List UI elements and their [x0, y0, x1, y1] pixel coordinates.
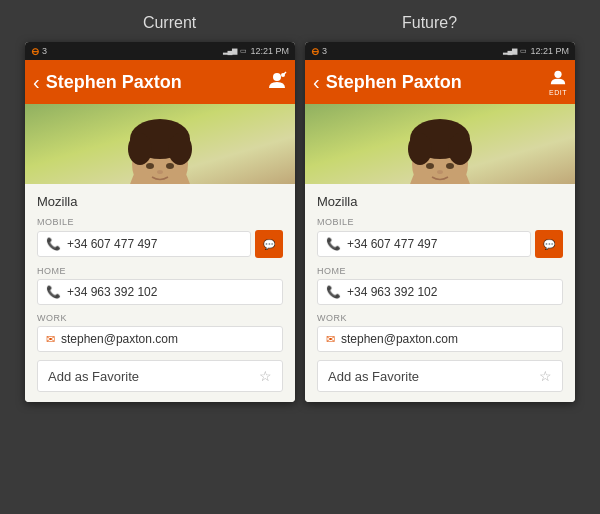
current-favorite-label: Add as Favorite — [48, 369, 139, 384]
current-work-field[interactable]: ✉ stephen@paxton.com — [37, 326, 283, 352]
current-header-bar: ‹ Stephen Paxton — [25, 60, 295, 104]
future-home-section: HOME 📞 +34 963 392 102 — [317, 266, 563, 305]
future-carrier-icon: ⊖ — [311, 46, 319, 57]
future-work-value: stephen@paxton.com — [341, 332, 458, 346]
current-signal-icon: ▂▄▆ — [223, 47, 238, 55]
current-org: Mozilla — [37, 194, 283, 209]
future-status-bar: ⊖ 3 ▂▄▆ ▭ 12:21 PM — [305, 42, 575, 60]
future-mobile-section: MOBILE 📞 +34 607 477 497 💬 — [317, 217, 563, 258]
current-star-icon: ☆ — [259, 368, 272, 384]
future-edit-label: EDIT — [549, 89, 567, 96]
svg-point-19 — [426, 163, 434, 169]
current-label: Current — [143, 14, 196, 32]
current-mobile-section: MOBILE 📞 +34 607 477 497 💬 — [37, 217, 283, 258]
svg-point-9 — [146, 163, 154, 169]
current-mobile-phone-icon: 📞 — [46, 237, 61, 251]
current-home-field[interactable]: 📞 +34 963 392 102 — [37, 279, 283, 305]
svg-point-0 — [273, 73, 281, 81]
svg-line-2 — [283, 72, 286, 75]
current-work-section: WORK ✉ stephen@paxton.com — [37, 313, 283, 352]
future-mobile-phone-icon: 📞 — [326, 237, 341, 251]
future-mobile-sms-button[interactable]: 💬 — [535, 230, 563, 258]
future-mobile-label: MOBILE — [317, 217, 563, 227]
current-phone-mockup: ⊖ 3 ▂▄▆ ▭ 12:21 PM ‹ Stephen Paxton — [25, 42, 295, 402]
current-time: 12:21 PM — [250, 46, 289, 56]
current-edit-icon — [267, 70, 287, 94]
future-work-label: WORK — [317, 313, 563, 323]
future-edit-button[interactable]: EDIT — [549, 68, 567, 96]
svg-point-11 — [157, 170, 163, 174]
svg-point-21 — [437, 170, 443, 174]
future-org: Mozilla — [317, 194, 563, 209]
future-header-bar: ‹ Stephen Paxton EDIT — [305, 60, 575, 104]
future-work-section: WORK ✉ stephen@paxton.com — [317, 313, 563, 352]
page-header: Current Future? — [0, 0, 600, 42]
current-battery-icon: ▭ — [240, 47, 247, 55]
current-home-value: +34 963 392 102 — [67, 285, 157, 299]
future-favorite-button[interactable]: Add as Favorite ☆ — [317, 360, 563, 392]
current-mobile-field[interactable]: 📞 +34 607 477 497 — [37, 231, 251, 257]
svg-point-17 — [408, 133, 432, 165]
current-carrier: 3 — [42, 46, 47, 56]
current-status-bar: ⊖ 3 ▂▄▆ ▭ 12:21 PM — [25, 42, 295, 60]
current-content: Mozilla MOBILE 📞 +34 607 477 497 💬 HOME — [25, 184, 295, 402]
future-mobile-field[interactable]: 📞 +34 607 477 497 — [317, 231, 531, 257]
future-carrier: 3 — [322, 46, 327, 56]
future-content: Mozilla MOBILE 📞 +34 607 477 497 💬 HOME — [305, 184, 575, 402]
future-time: 12:21 PM — [530, 46, 569, 56]
current-email-icon: ✉ — [46, 333, 55, 346]
current-favorite-button[interactable]: Add as Favorite ☆ — [37, 360, 283, 392]
current-back-button[interactable]: ‹ — [33, 72, 40, 92]
phones-container: ⊖ 3 ▂▄▆ ▭ 12:21 PM ‹ Stephen Paxton — [0, 42, 600, 402]
current-mobile-sms-button[interactable]: 💬 — [255, 230, 283, 258]
future-contact-photo — [305, 104, 575, 184]
future-contact-name: Stephen Paxton — [326, 72, 543, 93]
svg-point-12 — [554, 71, 561, 78]
future-home-label: HOME — [317, 266, 563, 276]
svg-point-7 — [128, 133, 152, 165]
current-work-label: WORK — [37, 313, 283, 323]
future-favorite-label: Add as Favorite — [328, 369, 419, 384]
future-star-icon: ☆ — [539, 368, 552, 384]
future-email-icon: ✉ — [326, 333, 335, 346]
future-mobile-value: +34 607 477 497 — [347, 237, 437, 251]
current-carrier-icon: ⊖ — [31, 46, 39, 57]
future-label: Future? — [402, 14, 457, 32]
svg-point-18 — [448, 133, 472, 165]
current-sms-icon: 💬 — [263, 239, 275, 250]
current-contact-photo — [25, 104, 295, 184]
future-edit-icon — [549, 68, 567, 89]
svg-point-8 — [168, 133, 192, 165]
future-home-field[interactable]: 📞 +34 963 392 102 — [317, 279, 563, 305]
future-sms-icon: 💬 — [543, 239, 555, 250]
svg-point-10 — [166, 163, 174, 169]
current-mobile-value: +34 607 477 497 — [67, 237, 157, 251]
current-home-label: HOME — [37, 266, 283, 276]
current-work-value: stephen@paxton.com — [61, 332, 178, 346]
current-contact-name: Stephen Paxton — [46, 72, 261, 93]
future-battery-icon: ▭ — [520, 47, 527, 55]
current-mobile-label: MOBILE — [37, 217, 283, 227]
current-edit-button[interactable] — [267, 70, 287, 94]
future-home-phone-icon: 📞 — [326, 285, 341, 299]
future-work-field[interactable]: ✉ stephen@paxton.com — [317, 326, 563, 352]
future-back-button[interactable]: ‹ — [313, 72, 320, 92]
current-home-phone-icon: 📞 — [46, 285, 61, 299]
current-home-section: HOME 📞 +34 963 392 102 — [37, 266, 283, 305]
svg-point-20 — [446, 163, 454, 169]
future-signal-icon: ▂▄▆ — [503, 47, 518, 55]
future-home-value: +34 963 392 102 — [347, 285, 437, 299]
future-phone-mockup: ⊖ 3 ▂▄▆ ▭ 12:21 PM ‹ Stephen Paxton EDIT — [305, 42, 575, 402]
